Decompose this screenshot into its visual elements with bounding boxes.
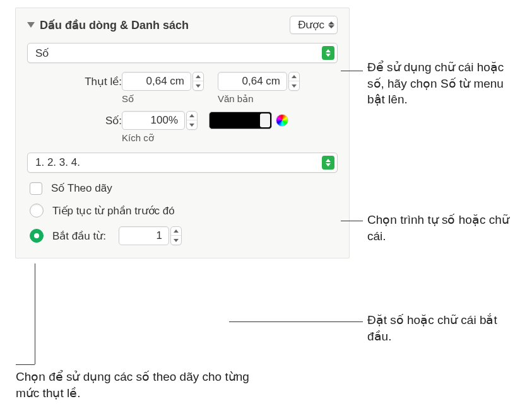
number-indent-col: 0,64 cm Số [122,72,204,105]
text-indent-stepper[interactable] [288,72,300,91]
chevron-up-icon [189,114,194,117]
chevron-up-icon [174,229,179,233]
tiered-numbers-label: Số Theo dãy [51,182,112,195]
start-from-stepper[interactable] [170,226,182,245]
size-input[interactable]: 100% [122,111,185,130]
indent-label: Thụt lề: [27,72,122,88]
size-row: Số: 100% Kích cỡ [27,111,338,144]
bullets-lists-panel: Dấu đầu dòng & Danh sách Được Số Thụt lề… [15,8,350,258]
callout-type: Để sử dụng chữ cái hoặc số, hãy chọn Số … [367,59,519,108]
section-title: Dấu đầu dòng & Danh sách [40,18,285,32]
size-label: Số: [27,111,122,127]
continue-radio-row: Tiếp tục từ phần trước đó [30,204,338,217]
number-indent-input[interactable]: 0,64 cm [122,72,191,91]
number-format-select[interactable]: 1. 2. 3. 4. [27,153,338,173]
callout-line [16,364,35,365]
updown-icon [322,156,334,170]
chevron-up-icon [292,75,297,78]
bullet-type-select[interactable]: Số [27,43,338,63]
callout-format: Chọn trình tự số hoặc chữ cái. [367,212,519,244]
chevron-down-icon [189,124,194,127]
chevron-down-icon [292,84,297,88]
section-header: Dấu đầu dòng & Danh sách Được [27,16,338,34]
number-indent-sublabel: Số [122,93,134,105]
color-wheel-icon[interactable] [276,114,288,127]
text-indent-input[interactable]: 0,64 cm [218,72,287,91]
indent-row: Thụt lề: 0,64 cm Số 0,64 cm [27,72,338,105]
chevron-up-icon [196,75,201,78]
tiered-numbers-row: Số Theo dãy [30,182,338,195]
updown-icon [322,46,334,60]
start-from-input[interactable]: 1 [119,226,169,245]
chevron-down-icon [196,84,201,88]
number-format-label: 1. 2. 3. 4. [35,156,322,169]
color-well[interactable] [209,112,272,129]
callout-start: Đặt số hoặc chữ cái bắt đầu. [367,312,519,344]
text-indent-sublabel: Văn bản [218,93,254,105]
callout-tiered: Chọn để sử dụng các số theo dãy cho từng… [16,369,268,401]
callout-line [35,263,35,364]
chevron-down-icon [174,239,179,242]
tiered-numbers-checkbox[interactable] [30,182,42,195]
text-indent-col: 0,64 cm Văn bản [218,72,300,105]
callout-line [341,71,363,71]
start-from-radio-row: Bắt đầu từ: 1 [30,226,338,245]
list-style-select[interactable]: Được [290,16,338,34]
continue-radio-label: Tiếp tục từ phần trước đó [52,204,175,217]
callout-line [229,321,363,322]
callout-line [341,221,363,221]
start-from-radio[interactable] [30,229,44,243]
bullet-type-label: Số [35,47,322,60]
size-sublabel: Kích cỡ [122,132,154,144]
disclosure-triangle-icon[interactable] [27,22,35,28]
start-from-radio-label: Bắt đầu từ: [52,229,106,243]
continue-radio[interactable] [30,204,44,217]
number-indent-stepper[interactable] [192,72,204,91]
list-style-label: Được [298,18,324,32]
size-stepper[interactable] [186,111,198,130]
updown-icon [328,21,334,28]
